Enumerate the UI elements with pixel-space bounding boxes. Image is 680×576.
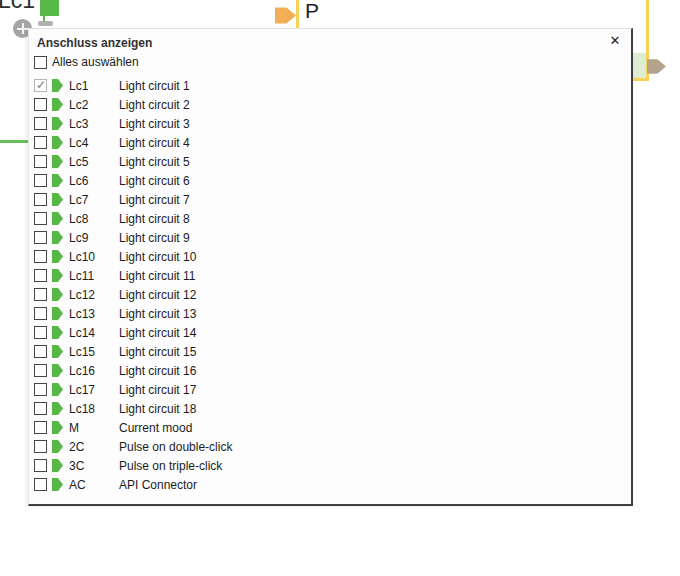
connector-row[interactable]: Lc6 Light circuit 6 <box>34 171 627 190</box>
row-checkbox[interactable] <box>34 250 47 263</box>
row-code: Lc6 <box>69 174 119 188</box>
row-checkbox[interactable] <box>34 345 47 358</box>
output-arrow-icon <box>52 440 63 453</box>
row-checkbox[interactable] <box>34 155 47 168</box>
row-code: Lc9 <box>69 231 119 245</box>
row-code: Lc13 <box>69 307 119 321</box>
output-arrow-icon <box>52 345 63 358</box>
output-arrow-icon <box>52 383 63 396</box>
row-label: Light circuit 18 <box>119 402 196 416</box>
row-checkbox[interactable] <box>34 269 47 282</box>
connector-row[interactable]: 3C Pulse on triple-click <box>34 456 627 475</box>
connector-row[interactable]: Lc1 Light circuit 1 <box>34 76 627 95</box>
orange-connector-arrow-icon[interactable] <box>275 6 296 25</box>
row-code: Lc16 <box>69 364 119 378</box>
output-arrow-icon <box>52 98 63 111</box>
row-label: Pulse on double-click <box>119 440 232 454</box>
flag-icon <box>38 0 60 27</box>
connector-row[interactable]: Lc16 Light circuit 16 <box>34 361 627 380</box>
row-label: Light circuit 11 <box>119 269 195 283</box>
row-checkbox[interactable] <box>34 364 47 377</box>
row-checkbox[interactable] <box>34 136 47 149</box>
row-code: Lc1 <box>69 79 119 93</box>
connector-row[interactable]: Lc9 Light circuit 9 <box>34 228 627 247</box>
output-arrow-icon <box>52 478 63 491</box>
yellow-wire-right-horizontal <box>633 78 649 81</box>
row-code: Lc15 <box>69 345 119 359</box>
row-checkbox[interactable] <box>34 212 47 225</box>
connector-row[interactable]: Lc5 Light circuit 5 <box>34 152 627 171</box>
row-checkbox[interactable] <box>34 117 47 130</box>
output-arrow-icon <box>52 307 63 320</box>
row-label: Light circuit 5 <box>119 155 190 169</box>
output-arrow-icon <box>52 402 63 415</box>
connector-row[interactable]: Lc3 Light circuit 3 <box>34 114 627 133</box>
row-checkbox[interactable] <box>34 478 47 491</box>
row-label: Light circuit 14 <box>119 326 196 340</box>
row-checkbox[interactable] <box>34 288 47 301</box>
connector-row[interactable]: Lc8 Light circuit 8 <box>34 209 627 228</box>
row-label: Pulse on triple-click <box>119 459 222 473</box>
row-checkbox[interactable] <box>34 231 47 244</box>
connector-row[interactable]: Lc7 Light circuit 7 <box>34 190 627 209</box>
row-checkbox[interactable] <box>34 402 47 415</box>
row-code: Lc10 <box>69 250 119 264</box>
connector-row[interactable]: Lc14 Light circuit 14 <box>34 323 627 342</box>
row-label: Light circuit 15 <box>119 345 196 359</box>
row-code: 2C <box>69 440 119 454</box>
row-label: Light circuit 7 <box>119 193 190 207</box>
output-arrow-icon <box>52 421 63 434</box>
row-label: Light circuit 16 <box>119 364 196 378</box>
select-all-checkbox[interactable] <box>34 56 47 69</box>
connector-row[interactable]: 2C Pulse on double-click <box>34 437 627 456</box>
row-checkbox[interactable] <box>34 383 47 396</box>
connector-row[interactable]: Lc17 Light circuit 17 <box>34 380 627 399</box>
select-all-row[interactable]: Alles auswählen <box>34 54 139 70</box>
row-checkbox[interactable] <box>34 440 47 453</box>
connector-row[interactable]: Lc12 Light circuit 12 <box>34 285 627 304</box>
connector-row[interactable]: AC API Connector <box>34 475 627 494</box>
row-label: Light circuit 6 <box>119 174 190 188</box>
row-code: 3C <box>69 459 119 473</box>
row-checkbox[interactable] <box>34 326 47 339</box>
green-wire-left <box>0 140 28 143</box>
row-code: Lc2 <box>69 98 119 112</box>
row-code: Lc3 <box>69 117 119 131</box>
yellow-wire-top <box>296 0 299 29</box>
connector-row[interactable]: Lc13 Light circuit 13 <box>34 304 627 323</box>
output-arrow-icon <box>52 250 63 263</box>
output-arrow-icon <box>52 174 63 187</box>
row-label: Light circuit 4 <box>119 136 190 150</box>
connector-row[interactable]: Lc18 Light circuit 18 <box>34 399 627 418</box>
output-arrow-icon <box>52 364 63 377</box>
select-all-label: Alles auswählen <box>52 55 139 69</box>
row-checkbox[interactable] <box>34 174 47 187</box>
row-code: Lc17 <box>69 383 119 397</box>
row-label: Light circuit 9 <box>119 231 190 245</box>
connector-row[interactable]: Lc15 Light circuit 15 <box>34 342 627 361</box>
connector-row[interactable]: Lc10 Light circuit 10 <box>34 247 627 266</box>
row-code: Lc14 <box>69 326 119 340</box>
output-arrow-icon <box>52 155 63 168</box>
connector-row[interactable]: Lc2 Light circuit 2 <box>34 95 627 114</box>
row-checkbox[interactable] <box>34 79 47 92</box>
row-checkbox[interactable] <box>34 459 47 472</box>
tan-connector-arrow-icon[interactable] <box>647 57 666 76</box>
connector-list: Lc1 Light circuit 1 Lc2 Light circuit 2 … <box>34 76 627 494</box>
row-code: Lc12 <box>69 288 119 302</box>
row-checkbox[interactable] <box>34 307 47 320</box>
output-arrow-icon <box>52 231 63 244</box>
output-arrow-icon <box>52 212 63 225</box>
connector-row[interactable]: M Current mood <box>34 418 627 437</box>
row-checkbox[interactable] <box>34 193 47 206</box>
output-arrow-icon <box>52 459 63 472</box>
row-checkbox[interactable] <box>34 98 47 111</box>
block-label-lc1: Lc1 <box>0 0 35 14</box>
output-arrow-icon <box>52 193 63 206</box>
connector-row[interactable]: Lc11 Light circuit 11 <box>34 266 627 285</box>
row-code: Lc11 <box>69 269 119 283</box>
connector-row[interactable]: Lc4 Light circuit 4 <box>34 133 627 152</box>
row-checkbox[interactable] <box>34 421 47 434</box>
block-fill-right <box>633 53 647 79</box>
close-icon[interactable]: ✕ <box>607 33 623 49</box>
